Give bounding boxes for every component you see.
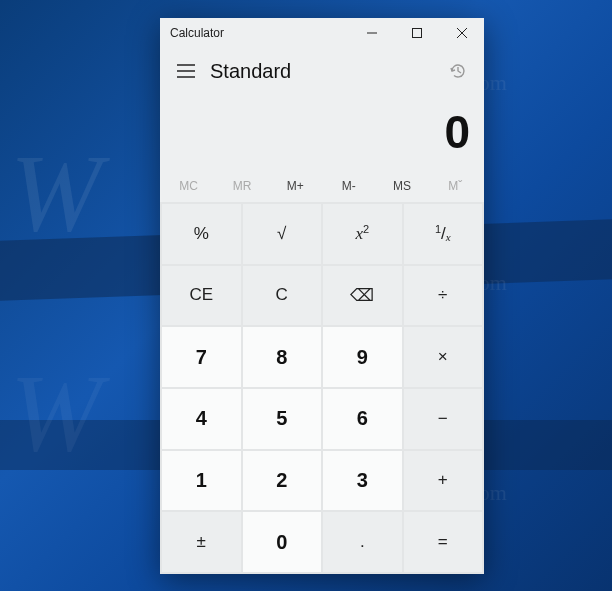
digit-9-key[interactable]: 9 xyxy=(323,327,402,387)
percent-key[interactable]: % xyxy=(162,204,241,264)
svg-rect-1 xyxy=(412,29,421,38)
digit-7-key[interactable]: 7 xyxy=(162,327,241,387)
reciprocal-key[interactable]: 1/x xyxy=(404,204,483,264)
result-display: 0 xyxy=(160,94,484,170)
recip-denominator: x xyxy=(446,231,451,243)
titlebar: Calculator xyxy=(160,18,484,48)
digit-2-key[interactable]: 2 xyxy=(243,451,322,511)
digit-1-key[interactable]: 1 xyxy=(162,451,241,511)
recip-numerator: 1 xyxy=(435,223,441,235)
digit-6-key[interactable]: 6 xyxy=(323,389,402,449)
minus-key[interactable]: − xyxy=(404,389,483,449)
square-key[interactable]: x2 xyxy=(323,204,402,264)
close-button[interactable] xyxy=(439,18,484,48)
hamburger-icon xyxy=(177,64,195,78)
keypad: % √ x2 1/x CE C ⌫ ÷ 7 8 9 × 4 5 6 − 1 2 … xyxy=(160,202,484,574)
close-icon xyxy=(457,28,467,38)
memory-subtract-button[interactable]: M- xyxy=(322,170,375,202)
plus-key[interactable]: + xyxy=(404,451,483,511)
mode-title: Standard xyxy=(206,60,438,83)
clear-entry-key[interactable]: CE xyxy=(162,266,241,326)
digit-8-key[interactable]: 8 xyxy=(243,327,322,387)
memory-add-button[interactable]: M+ xyxy=(269,170,322,202)
digit-0-key[interactable]: 0 xyxy=(243,512,322,572)
memory-clear-button[interactable]: MC xyxy=(162,170,215,202)
digit-4-key[interactable]: 4 xyxy=(162,389,241,449)
memory-row: MC MR M+ M- MS Mˇ xyxy=(160,170,484,202)
window-title: Calculator xyxy=(160,26,349,40)
square-exponent: 2 xyxy=(363,223,369,235)
calculator-window: Calculator Standard 0 xyxy=(160,18,484,574)
digit-3-key[interactable]: 3 xyxy=(323,451,402,511)
square-base: x xyxy=(355,224,363,244)
memory-list-button[interactable]: Mˇ xyxy=(429,170,482,202)
minimize-button[interactable] xyxy=(349,18,394,48)
clear-key[interactable]: C xyxy=(243,266,322,326)
minimize-icon xyxy=(367,28,377,38)
maximize-button[interactable] xyxy=(394,18,439,48)
menu-button[interactable] xyxy=(166,51,206,91)
history-button[interactable] xyxy=(438,51,478,91)
multiply-key[interactable]: × xyxy=(404,327,483,387)
decimal-key[interactable]: . xyxy=(323,512,402,572)
equals-key[interactable]: = xyxy=(404,512,483,572)
negate-key[interactable]: ± xyxy=(162,512,241,572)
sqrt-key[interactable]: √ xyxy=(243,204,322,264)
maximize-icon xyxy=(412,28,422,38)
memory-store-button[interactable]: MS xyxy=(375,170,428,202)
memory-recall-button[interactable]: MR xyxy=(215,170,268,202)
digit-5-key[interactable]: 5 xyxy=(243,389,322,449)
history-icon xyxy=(449,62,467,80)
backspace-key[interactable]: ⌫ xyxy=(323,266,402,326)
header: Standard xyxy=(160,48,484,94)
divide-key[interactable]: ÷ xyxy=(404,266,483,326)
